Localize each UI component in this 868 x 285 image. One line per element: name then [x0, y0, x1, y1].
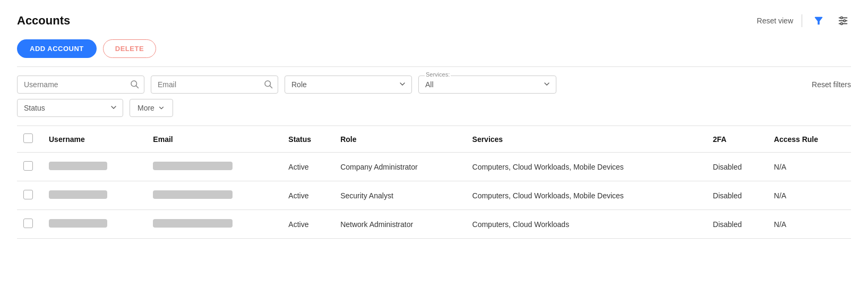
row-1-access-rule: N/A	[768, 181, 851, 210]
table-header-username: Username	[42, 126, 147, 153]
table-header-checkbox	[17, 126, 42, 153]
username-search-input[interactable]	[17, 76, 144, 94]
accounts-table: Username Email Status Role Services 2FA …	[17, 126, 851, 239]
accounts-table-wrap: Username Email Status Role Services 2FA …	[17, 125, 851, 239]
table-header-services: Services	[466, 126, 707, 153]
row-1-role: Security Analyst	[334, 181, 466, 210]
row-0-username	[42, 153, 147, 181]
table-row: ActiveNetwork AdministratorComputers, Cl…	[17, 210, 851, 239]
row-0-checkbox[interactable]	[23, 161, 33, 171]
table-header-row: Username Email Status Role Services 2FA …	[17, 126, 851, 153]
row-1-username	[42, 181, 147, 210]
row-1-checkbox[interactable]	[23, 190, 33, 199]
row-0-services: Computers, Cloud Workloads, Mobile Devic…	[466, 153, 707, 181]
row-0-2fa: Disabled	[707, 153, 768, 181]
services-select[interactable]: All	[418, 76, 556, 94]
svg-point-3	[840, 17, 843, 19]
row-0-username-placeholder	[49, 162, 107, 170]
row-2-username-placeholder	[49, 219, 107, 228]
header-checkbox[interactable]	[23, 133, 33, 143]
table-row: ActiveCompany AdministratorComputers, Cl…	[17, 153, 851, 181]
header-actions: Reset view	[757, 13, 851, 29]
row-2-role: Network Administrator	[334, 210, 466, 239]
header-row: Accounts Reset view	[17, 13, 851, 29]
row-1-username-placeholder	[49, 190, 107, 199]
row-checkbox-cell	[17, 181, 42, 210]
settings-sliders-button[interactable]	[835, 13, 851, 29]
row-2-username	[42, 210, 147, 239]
row-2-email-placeholder	[153, 219, 233, 228]
filter-section: Role Services: All Reset filters	[17, 66, 851, 121]
role-select-wrap: Role	[285, 76, 412, 94]
table-header-status: Status	[282, 126, 334, 153]
filter-icon-button[interactable]	[811, 13, 827, 29]
row-2-email	[147, 210, 282, 239]
status-select[interactable]: Status	[17, 99, 123, 117]
row-checkbox-cell	[17, 210, 42, 239]
svg-point-5	[840, 23, 843, 25]
row-2-services: Computers, Cloud Workloads	[466, 210, 707, 239]
row-0-email-placeholder	[153, 162, 233, 170]
role-select[interactable]: Role	[285, 76, 412, 94]
row-0-status: Active	[282, 153, 334, 181]
table-header-role: Role	[334, 126, 466, 153]
username-search-wrap	[17, 76, 144, 94]
delete-button[interactable]: DELETE	[103, 39, 156, 58]
row-1-email-placeholder	[153, 190, 233, 199]
page-title: Accounts	[17, 14, 70, 28]
more-label: More	[137, 104, 154, 112]
table-row: ActiveSecurity AnalystComputers, Cloud W…	[17, 181, 851, 210]
row-1-services: Computers, Cloud Workloads, Mobile Devic…	[466, 181, 707, 210]
reset-filters-button[interactable]: Reset filters	[812, 80, 851, 89]
filter-row-bottom: Status More	[17, 99, 851, 117]
more-chevron-icon	[158, 104, 165, 112]
row-2-access-rule: N/A	[768, 210, 851, 239]
row-0-access-rule: N/A	[768, 153, 851, 181]
row-0-role: Company Administrator	[334, 153, 466, 181]
row-checkbox-cell	[17, 153, 42, 181]
filter-icon	[813, 15, 824, 27]
row-2-status: Active	[282, 210, 334, 239]
services-select-wrap: Services: All	[418, 76, 556, 94]
vertical-divider	[802, 14, 802, 27]
filter-row-top: Role Services: All Reset filters	[17, 76, 851, 94]
row-2-checkbox[interactable]	[23, 219, 33, 228]
email-search-wrap	[151, 76, 278, 94]
settings-sliders-icon	[837, 15, 849, 27]
svg-point-4	[844, 20, 846, 22]
page-container: Accounts Reset view AD	[0, 0, 868, 285]
row-1-2fa: Disabled	[707, 181, 768, 210]
add-account-button[interactable]: ADD ACCOUNT	[17, 39, 97, 58]
services-label: Services:	[425, 71, 451, 78]
email-search-input[interactable]	[151, 76, 278, 94]
status-select-wrap: Status	[17, 99, 123, 117]
row-0-email	[147, 153, 282, 181]
toolbar-row: ADD ACCOUNT DELETE	[17, 39, 851, 58]
table-header-2fa: 2FA	[707, 126, 768, 153]
row-1-email	[147, 181, 282, 210]
table-header-email: Email	[147, 126, 282, 153]
table-header-access-rule: Access Rule	[768, 126, 851, 153]
row-2-2fa: Disabled	[707, 210, 768, 239]
row-1-status: Active	[282, 181, 334, 210]
more-button[interactable]: More	[130, 99, 173, 117]
reset-view-button[interactable]: Reset view	[757, 16, 793, 25]
